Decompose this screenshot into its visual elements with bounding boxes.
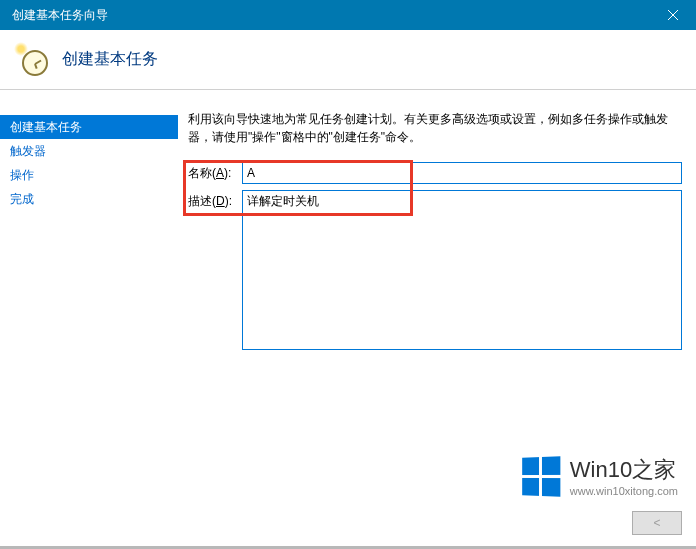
- close-button[interactable]: [650, 0, 696, 30]
- description-row: 描述(D):: [188, 190, 682, 350]
- page-title: 创建基本任务: [62, 49, 158, 70]
- watermark-title: Win10之家: [570, 455, 678, 485]
- back-button[interactable]: <: [632, 511, 682, 535]
- watermark-url: www.win10xitong.com: [570, 485, 678, 497]
- sidebar-item-create-basic-task[interactable]: 创建基本任务: [0, 115, 178, 139]
- name-row: 名称(A):: [188, 162, 682, 184]
- titlebar: 创建基本任务向导: [0, 0, 696, 30]
- name-label: 名称(A):: [188, 162, 242, 182]
- content-area: 创建基本任务 触发器 操作 完成 利用该向导快速地为常见任务创建计划。有关更多高…: [0, 90, 696, 549]
- sidebar-item-trigger[interactable]: 触发器: [0, 139, 178, 163]
- wizard-footer: <: [0, 497, 696, 549]
- sidebar-item-finish[interactable]: 完成: [0, 187, 178, 211]
- window-title: 创建基本任务向导: [12, 7, 108, 24]
- description-input[interactable]: [242, 190, 682, 350]
- intro-text: 利用该向导快速地为常见任务创建计划。有关更多高级选项或设置，例如多任务操作或触发…: [188, 110, 682, 146]
- main-panel: 利用该向导快速地为常见任务创建计划。有关更多高级选项或设置，例如多任务操作或触发…: [188, 110, 682, 489]
- watermark: Win10之家 www.win10xitong.com: [521, 455, 678, 497]
- windows-logo-icon: [522, 456, 560, 497]
- wizard-header: 创建基本任务: [0, 30, 696, 90]
- task-icon: [16, 44, 48, 76]
- sidebar-item-action[interactable]: 操作: [0, 163, 178, 187]
- wizard-steps-sidebar: 创建基本任务 触发器 操作 完成: [0, 115, 178, 211]
- close-icon: [668, 10, 678, 20]
- name-input[interactable]: [242, 162, 682, 184]
- description-label: 描述(D):: [188, 190, 242, 210]
